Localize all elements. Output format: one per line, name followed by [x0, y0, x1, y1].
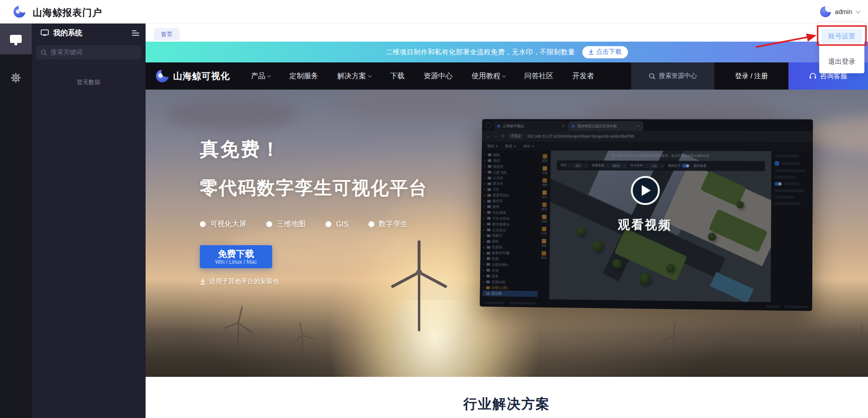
wind-turbine — [661, 316, 686, 366]
sidebar: 我的系统 搜索关键词 暂无数据 — [32, 24, 146, 418]
user-dropdown: 账号设置退出登录 — [819, 23, 864, 73]
empty-state-text: 暂无数据 — [32, 78, 146, 86]
tab-bar: 首页 — [146, 24, 868, 42]
hero-copy: 真免费！ 零代码数字孪生可视化平台 可视化大屏三维地图GIS数字孪生 免费下载 … — [200, 137, 428, 285]
left-rail — [0, 24, 32, 418]
site-nav-item[interactable]: 下载 — [390, 71, 405, 81]
other-platforms-link[interactable]: 适用于其他平台的安装包 — [200, 277, 428, 285]
headset-icon — [809, 73, 816, 80]
user-menu-trigger[interactable]: admin — [820, 0, 860, 24]
search-icon — [649, 73, 656, 80]
rail-item-settings[interactable] — [0, 62, 32, 93]
sidebar-search-input[interactable]: 搜索关键词 — [36, 45, 141, 59]
login-register-button[interactable]: 登录 / 注册 — [714, 72, 788, 81]
other-platforms-label: 适用于其他平台的安装包 — [209, 277, 279, 285]
cloud — [335, 90, 498, 121]
chevron-down-icon — [502, 73, 506, 77]
banner-download-label: 点击下载 — [596, 48, 622, 56]
wind-turbine — [851, 318, 868, 361]
play-icon[interactable] — [631, 176, 660, 205]
free-download-button[interactable]: 免费下载 Win / Linux / Mac — [200, 245, 272, 268]
watch-video-button[interactable]: 观看视频 — [618, 176, 672, 233]
hero-feature: 数字孪生 — [368, 219, 408, 229]
banner-download-button[interactable]: 点击下载 — [582, 46, 628, 58]
hero-title: 真免费！ — [200, 137, 428, 162]
rail-item-systems[interactable] — [0, 24, 32, 54]
sidebar-header: 我的系统 — [32, 24, 146, 43]
site-search-placeholder: 搜索资源中心 — [659, 72, 697, 80]
top-header: 山海鲸报表门户 admin — [0, 0, 868, 24]
site-nav-item[interactable]: 问答社区 — [524, 71, 553, 81]
tab-home[interactable]: 首页 — [154, 28, 180, 41]
free-download-platforms: Win / Linux / Mac — [215, 259, 257, 265]
menu-icon[interactable] — [132, 30, 139, 36]
site-nav-item[interactable]: 使用教程 — [472, 71, 505, 81]
hero-feature: 可视化大屏 — [200, 219, 246, 229]
user-menu-item[interactable]: 账号设置 — [821, 29, 862, 43]
page-title: 山海鲸报表门户 — [33, 6, 102, 19]
site-nav-item[interactable]: 产品 — [251, 71, 270, 81]
site-search[interactable]: 搜索资源中心 — [631, 62, 714, 90]
wind-turbine — [290, 316, 315, 365]
promo-text: 二维项目制作和私有化部署全流程免费，无水印，不限制数量 — [386, 48, 575, 57]
cast-screen-icon — [41, 29, 49, 37]
solutions-title: 行业解决方案 — [463, 395, 550, 418]
search-icon — [41, 49, 47, 56]
portal-app: 山海鲸报表门户 admin — [0, 0, 868, 418]
gear-icon — [10, 72, 21, 83]
free-download-label: 免费下载 — [218, 249, 254, 259]
site-nav-item[interactable]: 开发者 — [572, 71, 594, 81]
site-nav: 山海鲸可视化 产品 定制服务 解决方案 下载 资源中心 — [146, 62, 868, 90]
chevron-down-icon — [267, 73, 271, 77]
hero-features: 可视化大屏三维地图GIS数字孪生 — [200, 219, 428, 229]
monitor-icon — [10, 35, 22, 43]
sidebar-title: 我的系统 — [53, 28, 82, 38]
chevron-down-icon — [368, 73, 372, 77]
hero-subtitle: 零代码数字孪生可视化平台 — [200, 176, 428, 200]
user-menu-item[interactable]: 退出登录 — [821, 54, 862, 69]
site-nav-item[interactable]: 定制服务 — [289, 71, 318, 81]
site-nav-item[interactable]: 资源中心 — [424, 71, 453, 81]
whale-logo-icon — [156, 70, 169, 82]
whale-logo-icon — [14, 6, 25, 18]
site-nav-item[interactable]: 解决方案 — [337, 71, 371, 81]
site-nav-items: 产品 定制服务 解决方案 下载 资源中心 使用教程 — [251, 71, 594, 81]
hero-section: 真免费！ 零代码数字孪生可视化平台 可视化大屏三维地图GIS数字孪生 免费下载 … — [146, 90, 868, 377]
main-content: 首页 二维项目制作和私有化部署全流程免费，无水印，不限制数量 点击下载 山海鲸可… — [146, 24, 868, 418]
cloud — [164, 99, 299, 130]
download-icon — [200, 279, 206, 285]
hero-feature: GIS — [326, 219, 349, 229]
solutions-section: 行业解决方案 — [146, 377, 868, 418]
avatar[interactable] — [820, 6, 831, 17]
username: admin — [835, 8, 852, 15]
search-placeholder: 搜索关键词 — [51, 48, 82, 57]
site-brand-name: 山海鲸可视化 — [173, 70, 230, 82]
chevron-down-icon — [855, 8, 860, 13]
product-screenshot-window: 山海鲸可视化 × 我的模型公园运营演示例 × ← → ↻ 不安全 192.168… — [480, 119, 813, 311]
wind-turbine — [222, 298, 254, 361]
watch-video-label: 观看视频 — [618, 216, 672, 233]
promo-banner: 二维项目制作和私有化部署全流程免费，无水印，不限制数量 点击下载 — [146, 42, 868, 62]
site-brand[interactable]: 山海鲸可视化 — [156, 70, 230, 82]
hero-feature: 三维地图 — [266, 219, 306, 229]
download-icon — [589, 49, 594, 55]
